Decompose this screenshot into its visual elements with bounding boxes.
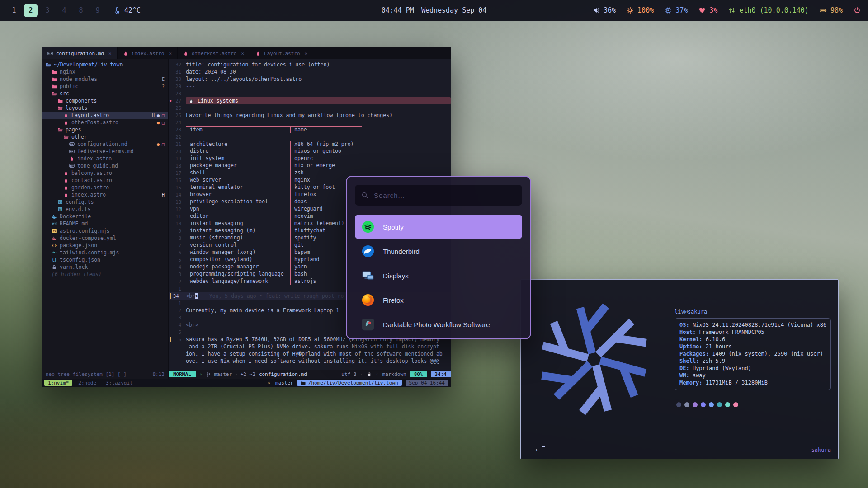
tree-item[interactable]: JSastro.config.mjs bbox=[42, 227, 168, 235]
line-number: 12 bbox=[172, 206, 186, 212]
launcher-items: SpotifyThunderbirdDisplaysFirefoxDarktab… bbox=[347, 211, 530, 338]
table-row-box: shellzsh bbox=[186, 169, 362, 177]
tab-index.astro[interactable]: index.astro× bbox=[118, 47, 178, 59]
module-brightness[interactable]: 100% bbox=[627, 6, 654, 14]
terminal-window: liv@sakura OS: NixOS 24.11.20240828.71e9… bbox=[520, 279, 839, 459]
tree-item[interactable]: index.astroH bbox=[42, 191, 168, 198]
table-row-box: programming/scripting languagebash bbox=[186, 271, 362, 278]
tree-item[interactable]: otherPost.astro●□ bbox=[42, 119, 168, 126]
line-number: 26 bbox=[172, 105, 186, 111]
close-icon[interactable]: × bbox=[241, 51, 244, 56]
tree-item-name: layouts bbox=[66, 105, 87, 111]
tmux-window-2:node[interactable]: 2:node bbox=[75, 380, 100, 386]
tree-item[interactable]: public? bbox=[42, 83, 168, 90]
module-volume[interactable]: 36% bbox=[593, 6, 616, 14]
tree-item[interactable]: other bbox=[42, 133, 168, 141]
tree-item[interactable]: TSenv.d.ts bbox=[42, 206, 168, 213]
tree-item[interactable]: Dockerfile bbox=[42, 213, 168, 220]
tree-item[interactable]: balcony.astro bbox=[42, 169, 168, 177]
thermometer-icon bbox=[113, 7, 121, 14]
tree-item[interactable]: docker-compose.yml bbox=[42, 235, 168, 242]
launcher-item-spotify[interactable]: Spotify bbox=[355, 215, 522, 239]
tree-item[interactable]: src bbox=[42, 90, 168, 97]
tree-item[interactable]: ~/Development/liv.town bbox=[42, 61, 168, 68]
git-mark: □ bbox=[162, 113, 165, 118]
table-cell-item: programming/scripting language bbox=[186, 271, 290, 278]
line-number: 6 bbox=[172, 250, 186, 255]
tree-item[interactable]: pages bbox=[42, 126, 168, 133]
palette-dot bbox=[676, 402, 681, 407]
tree-item[interactable]: tone-guide.md bbox=[42, 162, 168, 169]
workspace-2[interactable]: 2 bbox=[24, 4, 38, 17]
module-cpu[interactable]: 37% bbox=[665, 6, 688, 14]
workspace-4[interactable]: 4 bbox=[57, 4, 71, 17]
tree-item[interactable]: fediverse-terms.md bbox=[42, 148, 168, 155]
module-load[interactable]: 3% bbox=[698, 6, 717, 14]
tree-item[interactable]: {}tsconfig.json bbox=[42, 256, 168, 263]
tree-item[interactable]: layouts bbox=[42, 104, 168, 112]
close-icon[interactable]: × bbox=[305, 51, 308, 56]
docker-icon bbox=[52, 214, 57, 219]
launcher-item-label: Spotify bbox=[383, 223, 404, 231]
module-network[interactable]: eth0 (10.0.0.140) bbox=[728, 6, 809, 14]
tree-item-name: pages bbox=[66, 127, 81, 133]
tree-item[interactable]: garden.astro bbox=[42, 184, 168, 191]
module-power[interactable] bbox=[854, 7, 861, 14]
table-row-box: package managernix or emerge bbox=[186, 162, 362, 169]
tree-item-name: contact.astro bbox=[71, 177, 112, 183]
table-row-box: music (streaming)spotify bbox=[186, 235, 362, 242]
palette-dot bbox=[733, 402, 738, 407]
tree-item[interactable]: yarn.lock bbox=[42, 263, 168, 271]
markdown-icon bbox=[52, 221, 57, 226]
js-icon: JS bbox=[52, 228, 57, 234]
line-number: 10 bbox=[172, 221, 186, 226]
tree-item[interactable]: index.astro bbox=[42, 155, 168, 162]
line-text: ove. I use Nix when I need software with… bbox=[186, 358, 451, 364]
search-input[interactable] bbox=[374, 192, 516, 199]
terminal-color-palette bbox=[676, 402, 831, 407]
line-text: itemname bbox=[186, 126, 451, 133]
launcher-item-label: Thunderbird bbox=[383, 248, 420, 255]
tree-item[interactable]: components bbox=[42, 97, 168, 104]
tmux-window-3:lazygit[interactable]: 3:lazygit bbox=[102, 380, 137, 386]
shell-prompt[interactable]: ~ › bbox=[528, 446, 545, 453]
tree-item-name: other bbox=[71, 134, 87, 140]
statusline: neo-tree filesystem [1] [-] 8:13 NORMAL … bbox=[42, 370, 451, 379]
tree-item[interactable]: README.md bbox=[42, 220, 168, 227]
tree-item[interactable]: contact.astro bbox=[42, 177, 168, 184]
workspace-3[interactable]: 3 bbox=[41, 4, 54, 17]
tree-item[interactable]: nginx bbox=[42, 68, 168, 75]
line-number: 4 bbox=[172, 264, 186, 270]
tree-item[interactable]: {}package.json bbox=[42, 242, 168, 249]
tree-item[interactable]: Layout.astroH●□ bbox=[42, 112, 168, 119]
launcher-item-firefox[interactable]: Firefox bbox=[355, 288, 522, 312]
line-number: 25 bbox=[172, 113, 186, 118]
tab-otherPost.astro[interactable]: otherPost.astro× bbox=[178, 47, 250, 59]
line-number: 8 bbox=[172, 235, 186, 241]
workspace-1[interactable]: 1 bbox=[7, 4, 21, 17]
close-icon[interactable]: × bbox=[169, 51, 172, 56]
table-cell-item: version control bbox=[186, 242, 290, 249]
tree-item[interactable]: configuration.md●□ bbox=[42, 141, 168, 148]
tree-item[interactable]: TSconfig.ts bbox=[42, 198, 168, 206]
launcher-item-darktable[interactable]: Darktable Photo Workflow Software bbox=[355, 312, 522, 337]
close-icon[interactable]: × bbox=[108, 51, 112, 56]
launcher-item-thunderbird[interactable]: Thunderbird bbox=[355, 239, 522, 263]
module-battery[interactable]: 98% bbox=[820, 6, 843, 14]
tab-Layout.astro[interactable]: Layout.astro× bbox=[250, 47, 313, 59]
tree-item[interactable]: node_modulesE bbox=[42, 75, 168, 83]
tab-configuration.md[interactable]: configuration.md× bbox=[42, 47, 118, 59]
module-load-value: 3% bbox=[709, 6, 717, 14]
git-branch: master bbox=[214, 371, 232, 377]
fetch-line-de: DE: Hyprland (Wayland) bbox=[679, 365, 826, 372]
heart-icon bbox=[698, 7, 706, 14]
table-row: 18package managernix or emerge bbox=[169, 162, 451, 169]
table-cell-item: shell bbox=[186, 169, 290, 177]
line-text: architecturex86_64 (rip m2 pro) bbox=[186, 141, 451, 148]
tmux-window-1:nvim*[interactable]: 1:nvim* bbox=[44, 380, 72, 386]
launcher-item-displays[interactable]: Displays bbox=[355, 263, 522, 288]
tree-item[interactable]: tailwind.config.mjs bbox=[42, 249, 168, 256]
tree-item[interactable]: (6 hidden items) bbox=[42, 271, 168, 278]
workspace-9[interactable]: 9 bbox=[91, 4, 104, 17]
workspace-8[interactable]: 8 bbox=[74, 4, 88, 17]
